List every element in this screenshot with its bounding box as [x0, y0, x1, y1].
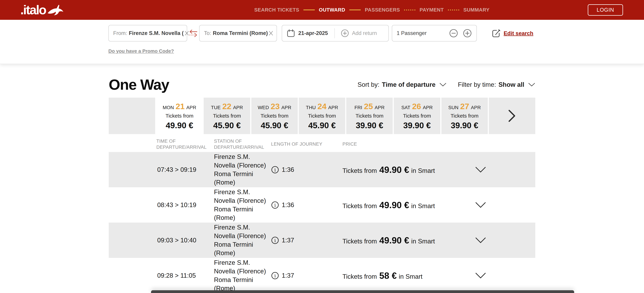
info-icon[interactable]: i — [271, 272, 279, 279]
column-header-price: PRICE — [342, 141, 535, 147]
promo-code-link[interactable]: Do you have a Promo Code? — [108, 48, 174, 54]
svg-text:i: i — [274, 167, 276, 172]
date-label: FRI 25 APR — [354, 102, 384, 111]
price-value: 58 € — [379, 271, 397, 280]
expand-row-control — [475, 237, 535, 244]
price-cell: Tickets from49.90 €in Smart — [342, 200, 475, 210]
duration-value: 1:37 — [282, 237, 294, 244]
price-value: 49.90 € — [379, 165, 409, 175]
svg-text:i: i — [274, 202, 276, 208]
swap-stations-button[interactable] — [187, 29, 199, 38]
plus-circle-icon — [340, 29, 349, 38]
to-station-field[interactable]: To: Roma Termini (Rome) — [199, 25, 277, 42]
svg-text:i: i — [274, 237, 276, 243]
edit-search-label: Edit search — [504, 30, 534, 37]
results-section: One Way Sort by: Time of departure Filte… — [109, 76, 535, 293]
add-return-button[interactable]: Add return — [340, 29, 377, 38]
price-prefix: Tickets from — [342, 273, 377, 280]
column-header-station: STATION OF DEPARTURE/ARRIVAL — [214, 138, 271, 150]
results-table-header: TIME OF DEPARTURE/ARRIVAL STATION OF DEP… — [109, 137, 535, 152]
price-cell: Tickets from58 €in Smart — [342, 270, 475, 281]
date-cell[interactable]: THU 24 APR Tickets from 45.90 € — [299, 98, 345, 134]
chevron-down-icon[interactable] — [475, 166, 486, 173]
tickets-from-label: Tickets from — [308, 113, 336, 119]
date-label: TUE 22 APR — [211, 102, 243, 111]
sort-by-label: Sort by: — [358, 81, 380, 88]
sort-by-value[interactable]: Time of departure — [382, 81, 436, 88]
passengers-field[interactable]: 1 Passenger — [392, 25, 477, 42]
stations: Firenze S.M. Novella (Florence) Roma Ter… — [214, 258, 271, 293]
departure-arrival-time: 09:28 > 11:05 — [109, 272, 214, 279]
info-icon[interactable]: i — [271, 201, 279, 209]
day-name: TUE — [211, 105, 221, 110]
tickets-from-label: Tickets from — [451, 113, 478, 119]
step-search-tickets[interactable]: SEARCH TICKETS — [254, 7, 299, 13]
edit-pencil-icon — [491, 29, 501, 38]
date-cell[interactable]: SAT 26 APR Tickets from 39.90 € — [394, 98, 440, 134]
passengers-value: 1 Passenger — [397, 30, 426, 36]
add-return-label: Add return — [352, 30, 377, 36]
date-cell[interactable]: WED 23 APR Tickets from 45.90 € — [251, 98, 298, 134]
price-prefix: Tickets from — [342, 167, 377, 174]
step-connector — [304, 10, 315, 10]
tickets-from-label: Tickets from — [213, 113, 241, 119]
step-passengers: PASSENGERS — [365, 7, 400, 13]
departure-arrival-time: 08:43 > 10:19 — [109, 201, 214, 209]
date-cell[interactable]: MON 21 APR Tickets from 49.90 € — [156, 98, 203, 134]
step-connector — [448, 10, 459, 11]
chevron-down-icon[interactable] — [439, 83, 446, 87]
tickets-from-label: Tickets from — [356, 113, 384, 119]
clear-to-icon[interactable] — [268, 30, 274, 36]
column-header-time: TIME OF DEPARTURE/ARRIVAL — [109, 138, 214, 150]
date-label: THU 24 APR — [306, 102, 338, 111]
page-title: One Way — [109, 76, 169, 93]
minus-circle-icon[interactable] — [449, 29, 458, 38]
filter-by-label: Filter by time: — [458, 81, 496, 88]
info-icon[interactable]: i — [271, 236, 279, 244]
chevron-down-icon[interactable] — [475, 202, 486, 208]
filter-by-time-control[interactable]: Filter by time: Show all — [458, 81, 535, 88]
italo-logo[interactable]: .italo — [20, 4, 64, 16]
travel-date-field[interactable]: 21-apr-2025 Add return — [282, 25, 389, 42]
day-name: WED — [258, 105, 269, 110]
date-cell[interactable]: FRI 25 APR Tickets from 39.90 € — [346, 98, 393, 134]
login-button[interactable]: LOGIN — [588, 4, 623, 16]
search-fields-row: From: Firenze S.M. Novella ( To: Roma Te… — [108, 25, 644, 42]
price-suffix: in Smart — [411, 238, 435, 245]
price-suffix: in Smart — [411, 167, 435, 174]
price-suffix: in Smart — [399, 273, 422, 280]
train-result-row[interactable]: 08:43 > 10:19 Firenze S.M. Novella (Flor… — [109, 187, 535, 223]
chevron-down-icon[interactable] — [475, 237, 486, 244]
train-result-row[interactable]: 09:03 > 10:40 Firenze S.M. Novella (Flor… — [109, 223, 535, 258]
date-price: 39.90 € — [403, 121, 431, 130]
edit-search-button[interactable]: Edit search — [491, 29, 534, 38]
departure-station: Firenze S.M. Novella (Florence) — [214, 223, 271, 240]
sort-by-control[interactable]: Sort by: Time of departure — [358, 81, 446, 88]
arrival-station: Roma Termini (Rome) — [214, 240, 271, 257]
filter-by-value[interactable]: Show all — [498, 81, 524, 88]
step-payment: PAYMENT — [420, 7, 444, 13]
day-number: 23 — [271, 102, 280, 111]
journey-length: i 1:36 — [271, 166, 342, 174]
chevron-down-icon[interactable] — [528, 83, 535, 87]
bottom-bar — [151, 290, 574, 293]
train-result-row[interactable]: 09:28 > 11:05 Firenze S.M. Novella (Flor… — [109, 258, 535, 293]
step-connector — [404, 10, 416, 11]
date-cell[interactable]: SUN 27 APR Tickets from 39.90 € — [441, 98, 488, 134]
month-name: APR — [233, 105, 243, 110]
logo-text: .italo — [20, 4, 46, 16]
date-cell[interactable]: TUE 22 APR Tickets from 45.90 € — [204, 98, 250, 134]
carousel-next-button[interactable] — [489, 98, 535, 134]
train-result-row[interactable]: 07:43 > 09:19 Firenze S.M. Novella (Flor… — [109, 152, 535, 187]
breadcrumb-steps: SEARCH TICKETS OUTWARD PASSENGERS PAYMEN… — [254, 0, 490, 20]
day-number: 27 — [460, 102, 469, 111]
step-outward[interactable]: OUTWARD — [319, 7, 345, 13]
from-station-field[interactable]: From: Firenze S.M. Novella ( — [108, 25, 187, 42]
date-price: 39.90 € — [356, 121, 383, 130]
price-prefix: Tickets from — [342, 238, 377, 245]
from-value: Firenze S.M. Novella ( — [129, 30, 184, 36]
chevron-down-icon[interactable] — [475, 272, 486, 279]
info-icon[interactable]: i — [271, 166, 279, 174]
date-price: 39.90 € — [451, 121, 478, 130]
plus-circle-icon[interactable] — [463, 29, 472, 38]
